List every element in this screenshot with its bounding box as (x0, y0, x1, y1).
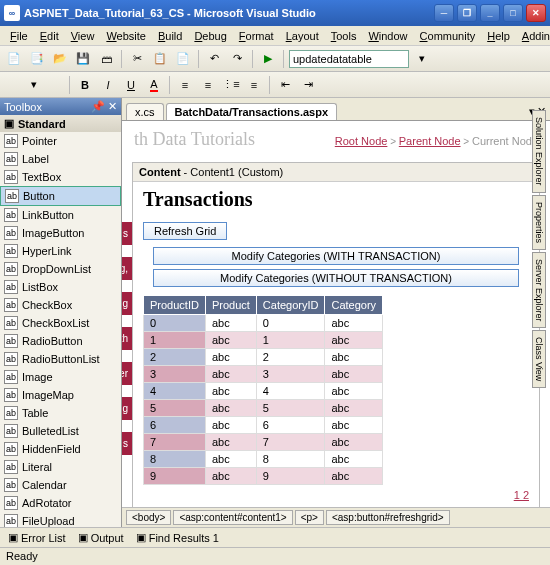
tag-crumb[interactable]: <body> (126, 510, 171, 525)
breadcrumb-parent[interactable]: Parent Node (399, 135, 461, 147)
toolbox-category[interactable]: ▣ Standard (0, 115, 121, 132)
breadcrumb-root[interactable]: Root Node (335, 135, 388, 147)
toolbox-item-radiobutton[interactable]: abRadioButton (0, 332, 121, 350)
toolbox-item-pointer[interactable]: abPointer (0, 132, 121, 150)
toolbox-item-checkbox[interactable]: abCheckBox (0, 296, 121, 314)
cut-icon[interactable]: ✂ (127, 49, 147, 69)
toolbox-item-radiobuttonlist[interactable]: abRadioButtonList (0, 350, 121, 368)
design-surface[interactable]: th Data Tutorials Root Node > Parent Nod… (122, 120, 550, 507)
sidebar-nav-item[interactable]: ater (122, 362, 132, 385)
toolbox-item-imagebutton[interactable]: abImageButton (0, 224, 121, 242)
panel-tab-error-list[interactable]: ▣Error List (4, 530, 70, 545)
modify-with-transaction-button[interactable]: Modify Categories (WITH TRANSACTION) (153, 247, 519, 265)
bullets-icon[interactable]: ⋮≡ (221, 75, 241, 95)
toolbox-item-hyperlink[interactable]: abHyperLink (0, 242, 121, 260)
close-button[interactable]: ✕ (526, 4, 546, 22)
table-row[interactable]: 2abc2abc (144, 349, 383, 366)
menu-website[interactable]: Website (100, 28, 152, 44)
add-item-icon[interactable]: 📑 (27, 49, 47, 69)
table-row[interactable]: 6abc6abc (144, 417, 383, 434)
side-tab-server-explorer[interactable]: Server Explorer (532, 252, 546, 329)
sidebar-nav-item[interactable]: s (122, 432, 132, 455)
table-row[interactable]: 3abc3abc (144, 366, 383, 383)
toolbox-item-button[interactable]: abButton (0, 186, 121, 206)
menu-tools[interactable]: Tools (325, 28, 363, 44)
toolbox-item-image[interactable]: abImage (0, 368, 121, 386)
minimize2-button[interactable]: _ (480, 4, 500, 22)
toolbox-item-hiddenfield[interactable]: abHiddenField (0, 440, 121, 458)
panel-tab-output[interactable]: ▣Output (74, 530, 128, 545)
side-tab-solution-explorer[interactable]: Solution Explorer (532, 110, 546, 193)
refresh-grid-button[interactable]: Refresh Grid (143, 222, 227, 240)
toolbox-item-listbox[interactable]: abListBox (0, 278, 121, 296)
table-row[interactable]: 8abc8abc (144, 451, 383, 468)
outdent-icon[interactable]: ⇤ (275, 75, 295, 95)
menu-view[interactable]: View (65, 28, 101, 44)
undo-icon[interactable]: ↶ (204, 49, 224, 69)
indent-icon[interactable]: ⇥ (298, 75, 318, 95)
minimize-button[interactable]: ─ (434, 4, 454, 22)
menu-build[interactable]: Build (152, 28, 188, 44)
toolbox-item-imagemap[interactable]: abImageMap (0, 386, 121, 404)
save-icon[interactable]: 💾 (73, 49, 93, 69)
table-row[interactable]: 5abc5abc (144, 400, 383, 417)
tag-crumb[interactable]: <p> (295, 510, 324, 525)
tag-crumb[interactable]: <asp:content#content1> (173, 510, 292, 525)
style-dropdown[interactable]: ▾ (4, 75, 64, 95)
menu-edit[interactable]: Edit (34, 28, 65, 44)
table-row[interactable]: 9abc9abc (144, 468, 383, 485)
toolbox-item-checkboxlist[interactable]: abCheckBoxList (0, 314, 121, 332)
toolbox-item-label[interactable]: abLabel (0, 150, 121, 168)
tab-active[interactable]: BatchData/Transactions.aspx (166, 103, 337, 120)
panel-tab-find-results-1[interactable]: ▣Find Results 1 (132, 530, 223, 545)
sidebar-nav-item[interactable]: ng (122, 397, 132, 420)
sidebar-nav-item[interactable]: ng (122, 292, 132, 315)
toolbox-item-calendar[interactable]: abCalendar (0, 476, 121, 494)
menu-file[interactable]: File (4, 28, 34, 44)
open-icon[interactable]: 📂 (50, 49, 70, 69)
bold-icon[interactable]: B (75, 75, 95, 95)
restore-button[interactable]: ❐ (457, 4, 477, 22)
grid-pager[interactable]: 1 2 (143, 489, 529, 501)
menu-community[interactable]: Community (414, 28, 482, 44)
menu-layout[interactable]: Layout (280, 28, 325, 44)
maximize-button[interactable]: □ (503, 4, 523, 22)
paste-icon[interactable]: 📄 (173, 49, 193, 69)
table-row[interactable]: 0abc0abc (144, 315, 383, 332)
table-row[interactable]: 7abc7abc (144, 434, 383, 451)
pin-icon[interactable]: 📌 ✕ (91, 100, 117, 113)
toolbox-item-bulletedlist[interactable]: abBulletedList (0, 422, 121, 440)
menu-addins[interactable]: Addins (516, 28, 550, 44)
menu-format[interactable]: Format (233, 28, 280, 44)
align-center-icon[interactable]: ≡ (198, 75, 218, 95)
side-tab-class-view[interactable]: Class View (532, 330, 546, 388)
table-row[interactable]: 1abc1abc (144, 332, 383, 349)
copy-icon[interactable]: 📋 (150, 49, 170, 69)
toolbox-item-adrotator[interactable]: abAdRotator (0, 494, 121, 512)
align-left-icon[interactable]: ≡ (175, 75, 195, 95)
redo-icon[interactable]: ↷ (227, 49, 247, 69)
dropdown-icon[interactable]: ▾ (412, 49, 432, 69)
menu-debug[interactable]: Debug (188, 28, 232, 44)
sidebar-nav-item[interactable]: g, (122, 257, 132, 280)
toolbox-item-textbox[interactable]: abTextBox (0, 168, 121, 186)
toolbox-item-fileupload[interactable]: abFileUpload (0, 512, 121, 527)
menu-window[interactable]: Window (362, 28, 413, 44)
fontcolor-icon[interactable]: A (144, 75, 164, 95)
find-input[interactable] (289, 50, 409, 68)
sidebar-nav-item[interactable]: with (122, 327, 132, 350)
new-project-icon[interactable]: 📄 (4, 49, 24, 69)
toolbox-item-dropdownlist[interactable]: abDropDownList (0, 260, 121, 278)
toolbox-item-table[interactable]: abTable (0, 404, 121, 422)
italic-icon[interactable]: I (98, 75, 118, 95)
side-tab-properties[interactable]: Properties (532, 195, 546, 250)
toolbox-item-literal[interactable]: abLiteral (0, 458, 121, 476)
sidebar-nav-item[interactable]: s (122, 222, 132, 245)
numbering-icon[interactable]: ≡ (244, 75, 264, 95)
table-row[interactable]: 4abc4abc (144, 383, 383, 400)
save-all-icon[interactable]: 🗃 (96, 49, 116, 69)
underline-icon[interactable]: U (121, 75, 141, 95)
tag-crumb[interactable]: <asp:button#refreshgrid> (326, 510, 450, 525)
tab-inactive[interactable]: x.cs (126, 103, 164, 120)
start-icon[interactable]: ▶ (258, 49, 278, 69)
